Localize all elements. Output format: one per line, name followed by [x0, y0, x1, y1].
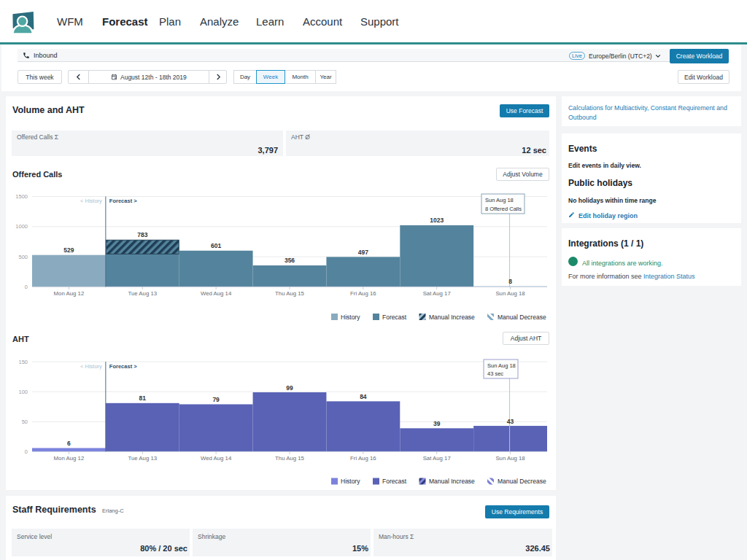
svg-text:Sun Aug 18: Sun Aug 18: [485, 197, 514, 203]
svg-text:Fri Aug 16: Fri Aug 16: [350, 455, 376, 462]
svg-text:Sat Aug 17: Sat Aug 17: [423, 455, 451, 462]
svg-text:601: 601: [211, 242, 221, 249]
svg-text:6: 6: [67, 440, 71, 447]
svg-text:0: 0: [25, 284, 28, 290]
svg-text:79: 79: [212, 396, 220, 403]
svg-text:Tue Aug 13: Tue Aug 13: [128, 455, 157, 462]
svg-text:783: 783: [137, 231, 147, 238]
svg-text:1023: 1023: [430, 217, 444, 224]
svg-text:Manual Increase: Manual Increase: [429, 478, 475, 485]
svg-text:Forecast >: Forecast >: [109, 363, 137, 370]
svg-text:100: 100: [18, 389, 28, 395]
svg-text:Manual Increase: Manual Increase: [429, 314, 475, 321]
svg-text:Wed Aug 14: Wed Aug 14: [201, 455, 232, 462]
svg-text:< History: < History: [80, 363, 102, 370]
svg-text:Wed Aug 14: Wed Aug 14: [201, 290, 232, 297]
svg-text:< History: < History: [80, 198, 102, 204]
svg-text:Mon Aug 12: Mon Aug 12: [54, 290, 85, 297]
svg-text:Manual Decrease: Manual Decrease: [498, 478, 546, 485]
svg-text:Thu Aug 15: Thu Aug 15: [275, 290, 305, 297]
svg-text:43: 43: [507, 418, 514, 425]
svg-text:8 Offered Calls: 8 Offered Calls: [485, 206, 522, 212]
svg-text:1500: 1500: [15, 193, 28, 200]
svg-text:Sun Aug 18: Sun Aug 18: [487, 362, 516, 369]
svg-text:84: 84: [360, 393, 367, 400]
svg-text:Fri Aug 16: Fri Aug 16: [350, 290, 376, 297]
svg-text:Forecast: Forecast: [382, 478, 407, 485]
svg-text:150: 150: [18, 359, 28, 365]
svg-text:529: 529: [63, 246, 74, 254]
svg-text:Manual Decrease: Manual Decrease: [498, 314, 546, 321]
svg-text:99: 99: [286, 384, 293, 392]
svg-text:356: 356: [285, 257, 295, 264]
svg-text:50: 50: [22, 419, 28, 425]
svg-text:497: 497: [358, 249, 368, 256]
svg-text:Sun Aug 18: Sun Aug 18: [495, 290, 525, 297]
svg-text:Mon Aug 12: Mon Aug 12: [54, 455, 85, 462]
svg-text:History: History: [341, 314, 360, 321]
svg-text:1000: 1000: [15, 223, 28, 230]
svg-text:Sun Aug 18: Sun Aug 18: [495, 455, 525, 462]
svg-text:43 sec: 43 sec: [487, 370, 503, 377]
svg-text:Forecast >: Forecast >: [109, 198, 137, 204]
svg-text:Sat Aug 17: Sat Aug 17: [423, 290, 451, 297]
svg-text:Thu Aug 15: Thu Aug 15: [275, 455, 305, 462]
svg-text:0: 0: [25, 448, 28, 455]
svg-text:History: History: [341, 478, 360, 485]
svg-text:8: 8: [508, 278, 512, 285]
svg-text:81: 81: [139, 394, 147, 402]
svg-text:Forecast: Forecast: [382, 314, 407, 321]
svg-text:Tue Aug 13: Tue Aug 13: [128, 290, 157, 297]
svg-text:39: 39: [433, 420, 441, 427]
svg-text:500: 500: [18, 254, 28, 260]
